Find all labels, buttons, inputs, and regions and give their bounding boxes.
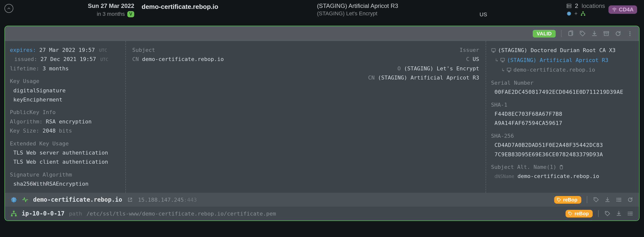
list-button[interactable] <box>616 196 622 203</box>
key-usage-1: digitalSignature <box>10 86 120 95</box>
san-type: dNSName <box>494 173 514 179</box>
chain-arrow-icon: ↳ <box>496 56 498 64</box>
issuer-cn-label: CN <box>368 75 375 81</box>
chain-arrow-icon: ↳ <box>502 66 504 74</box>
location-row-local: ip-10-0-0-17 path /etc/ssl/tls-www/demo-… <box>5 207 639 220</box>
pulse-icon <box>22 196 28 203</box>
refresh-button[interactable] <box>627 196 634 203</box>
san-value: demo-certificate.rebop.io <box>518 173 599 179</box>
plus-label: + <box>574 10 578 17</box>
download-button[interactable] <box>604 196 611 203</box>
validity-badge: V <box>127 11 134 17</box>
issuer-o-label: O <box>398 65 401 72</box>
certificate-title: demo-certificate.rebop.io <box>142 3 218 11</box>
sig-value: sha256WithRSAEncryption <box>10 179 120 188</box>
cert-icon <box>491 48 496 53</box>
local-host[interactable]: ip-10-0-0-17 <box>22 210 64 217</box>
copy-button[interactable] <box>567 30 574 37</box>
chain-root: (STAGING) Doctored Durian Root CA X3 <box>498 46 616 55</box>
card-toolbar: VALID <box>5 26 639 41</box>
expiry-relative: in 3 months <box>97 11 125 17</box>
refresh-button[interactable] <box>614 30 622 37</box>
wifi-icon <box>612 7 617 12</box>
fingerprint-short: CD4A <box>619 7 634 13</box>
chain-column: (STAGING) Doctored Durian Root CA X3 ↳(S… <box>486 41 639 193</box>
globe-icon <box>10 196 17 203</box>
path-value: /etc/ssl/tls-www/demo-certificate.rebop.… <box>86 210 276 217</box>
issuer-c: US <box>473 56 480 62</box>
more-button[interactable] <box>626 30 634 37</box>
tag-button[interactable] <box>593 196 600 203</box>
separator <box>598 210 598 217</box>
issuer-label: Issuer <box>368 46 479 55</box>
issued-label: issued: <box>14 56 37 62</box>
serial-label: Serial Number <box>491 78 634 87</box>
remote-port: :443 <box>184 197 197 203</box>
sha256-label: SHA-256 <box>491 131 634 140</box>
utc-label: UTC <box>99 48 107 53</box>
certificate-title-col: demo-certificate.rebop.io <box>142 3 218 11</box>
utc-label-2: UTC <box>100 57 108 62</box>
cert-icon <box>506 67 512 72</box>
issuer-country: US <box>480 11 487 18</box>
path-label: path <box>69 210 82 217</box>
issuer-c-label: C <box>466 56 469 62</box>
chain-leaf: demo-certificate.rebop.io <box>514 65 595 75</box>
fingerprint-pill[interactable]: CD4A <box>608 6 637 14</box>
algo-value: RSA encryption <box>46 119 92 125</box>
keysize-label: Key Size: <box>10 128 39 134</box>
subject-label: Subject <box>132 46 224 55</box>
clipboard-icon[interactable] <box>559 165 564 170</box>
cert-icon <box>500 58 505 63</box>
san-label: Subject Alt. Name(1) <box>491 162 556 172</box>
sha256-l2: 7C9EB83D95E69E36CE0782483379D93A <box>491 150 634 159</box>
up-button[interactable] <box>4 4 13 13</box>
lifetime-value: 3 months <box>42 65 68 72</box>
globe-icon <box>566 11 572 16</box>
issuer-org: (STAGING) Let's Encrypt <box>317 10 398 17</box>
top-bar: Sun 27 Mar 2022 in 3 months V demo-certi… <box>0 0 644 25</box>
network-icon <box>580 11 586 16</box>
expires-label: expires: <box>10 47 36 53</box>
eku-label: Extended Key Usage <box>10 139 120 148</box>
sha1-label: SHA-1 <box>491 100 634 109</box>
download-button[interactable] <box>616 210 622 217</box>
key-usage-label: Key Usage <box>10 77 120 86</box>
list-button[interactable] <box>627 210 634 217</box>
details-column: expires: 27 Mar 2022 19:57 UTC issued: 2… <box>5 41 126 193</box>
issued-value: 27 Dec 2021 19:57 <box>40 56 96 62</box>
subject-block: Subject CN demo-certificate.rebop.io <box>132 46 224 188</box>
tag-button[interactable] <box>579 30 586 37</box>
archive-button[interactable] <box>602 30 610 37</box>
download-button[interactable] <box>591 30 598 37</box>
subject-issuer-column: Subject CN demo-certificate.rebop.io Iss… <box>126 41 486 193</box>
issuer-block: Issuer C US O (STAGING) Let's Encrypt CN… <box>368 46 479 188</box>
server-icon <box>566 4 572 9</box>
eku-2: TLS Web client authentication <box>10 157 120 166</box>
sig-label: Signature Algorithm <box>10 170 120 179</box>
keysize-value: 2048 <box>42 128 56 134</box>
sha1-l2: A9A14FAF67594CA59617 <box>491 119 634 128</box>
rebop-tag[interactable]: reBop <box>566 210 593 217</box>
location-row-remote: demo-certificate.rebop.io 15.188.147.245… <box>5 193 639 207</box>
remote-ip: 15.188.147.245 <box>138 197 184 203</box>
algo-label: Algorithm: <box>10 119 42 125</box>
locations-count: 2 <box>575 3 578 9</box>
subject-cn: demo-certificate.rebop.io <box>142 56 224 62</box>
external-link-icon[interactable] <box>126 196 134 203</box>
lifetime-label: lifetime: <box>10 65 39 72</box>
bits-label: bits <box>59 128 72 134</box>
sha1-l1: F44D8EC703F68A67F7B8 <box>491 109 634 119</box>
network-icon <box>10 210 17 217</box>
subject-cn-label: CN <box>132 56 139 62</box>
certificate-card: VALID expires: 27 Mar 2022 19:57 UTC iss… <box>4 26 640 221</box>
separator <box>587 196 587 203</box>
locations-label: locations <box>582 3 605 9</box>
tag-button[interactable] <box>604 210 611 217</box>
chain-intermediate[interactable]: (STAGING) Artificial Apricot R3 <box>507 55 608 65</box>
remote-host[interactable]: demo-certificate.rebop.io <box>33 196 122 203</box>
cert-chain: (STAGING) Doctored Durian Root CA X3 ↳(S… <box>491 46 634 75</box>
rebop-tag[interactable]: reBop <box>554 196 581 204</box>
pubkey-label: PublicKey Info <box>10 108 120 117</box>
issuer-summary: (STAGING) Artificial Apricot R3 (STAGING… <box>317 3 398 17</box>
